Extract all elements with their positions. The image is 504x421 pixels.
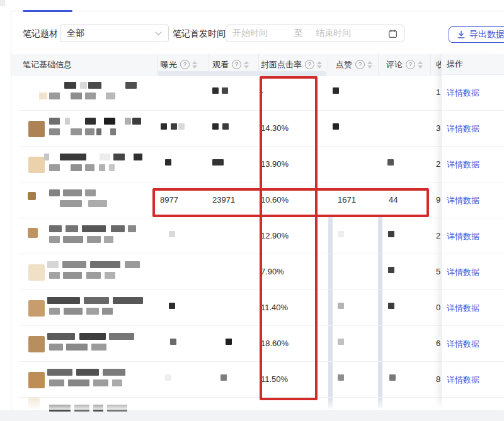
note-meta-redacted	[86, 272, 101, 279]
note-meta-redacted	[112, 379, 122, 386]
note-meta-redacted	[64, 308, 83, 315]
metric-value-redacted	[333, 123, 339, 130]
note-title-redacted	[47, 261, 59, 268]
note-meta-redacted	[105, 272, 115, 279]
metric-value-redacted	[333, 87, 339, 94]
detail-data-link[interactable]: 详情数据	[447, 231, 479, 242]
metric-value-redacted	[338, 231, 344, 237]
note-thumbnail-redacted	[28, 264, 45, 281]
note-title-redacted	[84, 297, 109, 304]
end-date-input[interactable]: 结束时间	[316, 28, 388, 39]
note-meta-redacted	[71, 93, 82, 99]
horizontal-scrollbar-thumb[interactable]	[158, 71, 326, 76]
note-meta-redacted	[71, 128, 82, 135]
cell-ctr: 18.60%	[261, 339, 289, 348]
note-thumbnail-redacted	[28, 336, 45, 352]
detail-data-link[interactable]: 详情数据	[447, 374, 479, 386]
note-meta-redacted	[68, 379, 89, 386]
note-meta-redacted	[63, 236, 83, 243]
metric-value-redacted	[389, 374, 396, 381]
row-separator	[19, 182, 504, 182]
note-thumbnail-redacted	[28, 397, 40, 408]
export-data-label: 导出数据	[469, 29, 504, 40]
note-title-redacted	[134, 154, 142, 160]
metric-value-redacted	[338, 339, 344, 345]
note-meta-redacted	[93, 379, 108, 386]
calendar-icon	[388, 29, 398, 38]
row-separator	[442, 289, 504, 290]
metric-value-redacted	[338, 303, 344, 309]
note-title-redacted	[85, 189, 96, 196]
cell-ctr: 14.30%	[261, 123, 289, 133]
note-title-redacted	[74, 405, 89, 412]
start-date-input[interactable]: 开始时间	[232, 28, 294, 39]
note-title-redacted	[47, 369, 72, 376]
note-meta-redacted	[104, 236, 113, 243]
note-title-redacted	[49, 189, 60, 196]
date-range-picker[interactable]: 开始时间 至 结束时间	[226, 25, 404, 42]
note-meta-redacted	[109, 164, 115, 171]
row-separator	[19, 289, 504, 290]
metric-value-redacted	[212, 159, 224, 166]
note-meta-redacted	[49, 164, 60, 171]
metric-value-redacted	[222, 123, 229, 130]
metric-value-redacted	[387, 159, 394, 166]
export-data-button[interactable]: 导出数据	[449, 26, 504, 43]
detail-data-link[interactable]: 详情数据	[447, 159, 479, 171]
metric-value-redacted	[338, 374, 344, 381]
detail-data-link[interactable]: 详情数据	[447, 195, 479, 206]
note-meta-redacted	[96, 128, 101, 135]
metric-value-redacted	[388, 267, 394, 273]
note-meta-redacted	[71, 164, 82, 171]
active-tab-indicator	[23, 10, 72, 12]
column-header-action: 操作	[442, 54, 504, 75]
note-thumbnail-redacted	[28, 228, 38, 238]
note-title-redacted	[62, 261, 86, 268]
metric-value-redacted	[171, 123, 177, 130]
note-title-redacted	[93, 405, 103, 412]
note-meta-redacted	[49, 308, 60, 315]
note-thumbnail-redacted	[28, 121, 45, 137]
note-title-redacted	[113, 154, 125, 160]
note-meta-redacted	[63, 272, 82, 279]
range-separator: 至	[294, 28, 316, 39]
detail-data-link[interactable]: 详情数据	[447, 303, 479, 314]
topic-filter-label: 笔记题材	[23, 28, 58, 38]
row-separator	[19, 110, 504, 111]
chevron-down-icon	[155, 31, 162, 36]
table-body: -114.30%313.90%289772397110.60%167144912…	[0, 0, 504, 421]
note-title-redacted	[111, 225, 125, 232]
metric-value-redacted	[169, 231, 175, 237]
row-separator	[19, 146, 504, 147]
topic-select[interactable]: 全部	[60, 25, 169, 42]
fixed-action-column: 操作 详情数据详情数据详情数据详情数据详情数据详情数据详情数据详情数据详情数据	[441, 54, 504, 410]
row-separator	[19, 218, 504, 218]
note-title-redacted	[82, 225, 106, 232]
note-title-redacted	[109, 333, 134, 340]
row-separator	[442, 182, 504, 182]
cell-ctr: 7.90%	[261, 267, 284, 276]
cell-comments: 44	[389, 195, 398, 205]
detail-data-link[interactable]: 详情数据	[447, 87, 479, 99]
row-separator	[442, 325, 504, 326]
row-separator	[442, 218, 504, 218]
metric-value-redacted	[178, 123, 185, 130]
note-thumbnail-redacted	[28, 157, 45, 173]
note-title-redacted	[125, 118, 131, 125]
detail-data-link[interactable]: 详情数据	[447, 339, 479, 350]
detail-data-link[interactable]: 详情数据	[447, 123, 479, 135]
note-meta-redacted	[91, 344, 106, 351]
note-meta-redacted	[39, 93, 47, 99]
row-separator	[442, 397, 504, 398]
download-icon	[457, 30, 466, 39]
row-separator	[19, 325, 504, 326]
row-separator	[442, 146, 504, 147]
note-meta-redacted	[49, 379, 64, 386]
note-title-redacted	[88, 82, 101, 89]
note-meta-redacted	[85, 164, 94, 171]
topic-select-value: 全部	[67, 28, 84, 39]
note-title-redacted	[49, 118, 60, 125]
row-separator	[442, 254, 504, 254]
detail-data-link[interactable]: 详情数据	[447, 267, 479, 278]
note-title-redacted	[64, 82, 76, 89]
